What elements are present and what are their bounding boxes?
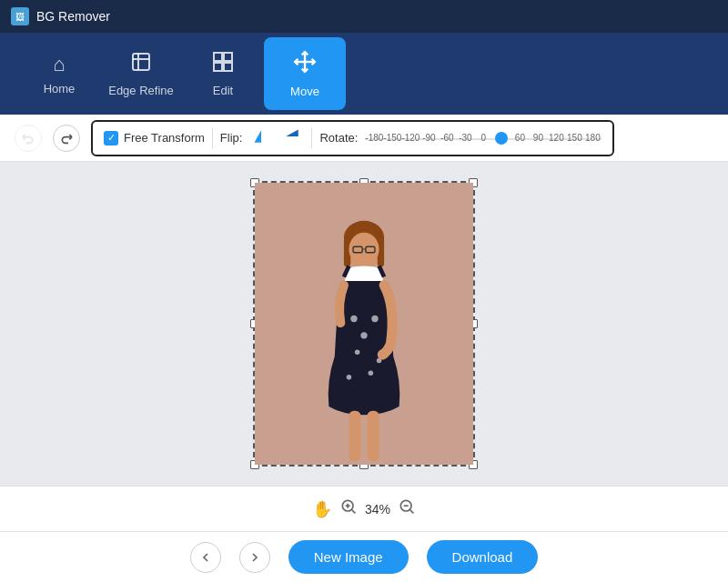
free-transform-toggle[interactable]: ✓ Free Transform bbox=[104, 131, 205, 146]
svg-point-19 bbox=[369, 370, 374, 376]
divider-1 bbox=[212, 127, 213, 149]
person-svg bbox=[271, 197, 457, 466]
rotate-thumb[interactable] bbox=[495, 132, 508, 145]
nav-label-edge-refine: Edge Refine bbox=[108, 84, 174, 97]
flip-label: Flip: bbox=[220, 131, 243, 145]
download-button[interactable]: Download bbox=[427, 540, 539, 574]
zoom-percent: 34% bbox=[365, 502, 390, 517]
svg-point-18 bbox=[355, 349, 360, 355]
checkbox-icon: ✓ bbox=[104, 131, 118, 146]
rotate-slider[interactable]: -180 -150 -120 -90 -60 -30 0 30 60 90 12… bbox=[365, 127, 602, 149]
new-image-button[interactable]: New Image bbox=[288, 540, 409, 574]
bottombar: New Image Download bbox=[0, 531, 728, 582]
nav-item-edge-refine[interactable]: Edge Refine bbox=[100, 37, 182, 110]
svg-rect-0 bbox=[133, 54, 149, 70]
toolbar: ✓ Free Transform Flip: Rotate: -180 -150… bbox=[0, 115, 728, 162]
svg-point-20 bbox=[347, 375, 352, 380]
zoom-control: ✋ 34% bbox=[312, 497, 416, 520]
free-transform-section: ✓ Free Transform Flip: Rotate: -180 -150… bbox=[91, 120, 614, 156]
undo-button[interactable] bbox=[15, 125, 42, 152]
svg-rect-2 bbox=[224, 53, 232, 61]
canvas-area bbox=[0, 162, 728, 486]
svg-line-29 bbox=[410, 510, 414, 514]
flip-horizontal-button[interactable] bbox=[249, 126, 273, 150]
image-container[interactable] bbox=[253, 181, 475, 467]
rotate-scale: -180 -150 -120 -90 -60 -30 0 30 60 90 12… bbox=[365, 133, 602, 143]
nav-label-move: Move bbox=[290, 85, 319, 98]
svg-line-25 bbox=[352, 510, 356, 514]
edit-icon bbox=[212, 51, 234, 78]
statusbar: ✋ 34% bbox=[0, 486, 728, 531]
titlebar: 🖼 BG Remover bbox=[0, 0, 728, 33]
navbar: ⌂ Home Edge Refine Edit Move bbox=[0, 33, 728, 115]
pan-tool-icon[interactable]: ✋ bbox=[312, 499, 332, 519]
edge-refine-icon bbox=[130, 51, 152, 78]
svg-point-15 bbox=[350, 315, 357, 321]
svg-point-17 bbox=[371, 315, 378, 321]
move-icon bbox=[293, 50, 317, 79]
next-button[interactable] bbox=[239, 542, 270, 573]
nav-item-home[interactable]: ⌂ Home bbox=[18, 37, 100, 110]
prev-button[interactable] bbox=[190, 542, 221, 573]
divider-2 bbox=[311, 127, 312, 149]
flip-vertical-button[interactable] bbox=[280, 126, 304, 150]
app-title: BG Remover bbox=[36, 9, 110, 24]
svg-rect-23 bbox=[368, 410, 379, 460]
svg-point-16 bbox=[360, 332, 367, 338]
nav-label-home: Home bbox=[44, 82, 76, 95]
nav-item-edit[interactable]: Edit bbox=[182, 37, 264, 110]
home-icon: ⌂ bbox=[53, 53, 65, 76]
svg-rect-4 bbox=[224, 63, 232, 71]
svg-rect-3 bbox=[214, 63, 222, 71]
zoom-out-button[interactable] bbox=[398, 497, 416, 520]
free-transform-label: Free Transform bbox=[124, 131, 205, 145]
rotate-label: Rotate: bbox=[319, 131, 358, 145]
nav-label-edit: Edit bbox=[213, 84, 233, 97]
nav-item-move[interactable]: Move bbox=[264, 37, 346, 110]
photo-preview bbox=[255, 183, 473, 465]
app-icon: 🖼 bbox=[11, 7, 29, 25]
zoom-in-button[interactable] bbox=[339, 497, 358, 520]
redo-button[interactable] bbox=[53, 125, 80, 152]
svg-rect-1 bbox=[214, 53, 222, 61]
svg-rect-22 bbox=[349, 410, 360, 460]
